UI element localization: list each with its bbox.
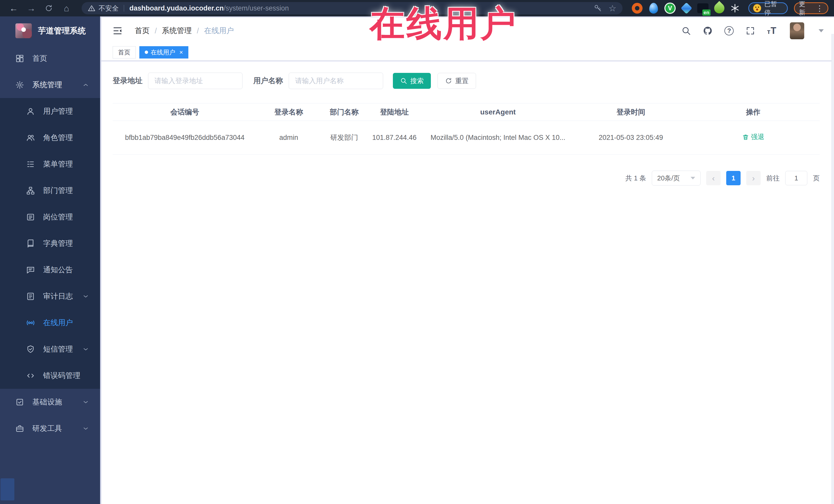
sidebar-item-home[interactable]: 首页 [0, 45, 100, 72]
url-path: /system/user-session [224, 4, 289, 12]
username-label: 用户名称 [253, 76, 283, 86]
search-icon[interactable] [681, 26, 691, 36]
username-input[interactable] [289, 73, 383, 89]
chevron-down-icon[interactable] [819, 29, 824, 32]
sidebar-item-label: 用户管理 [43, 106, 73, 116]
filter-row: 登录地址 用户名称 搜索 重置 [113, 72, 820, 89]
sidebar-item-posts[interactable]: 岗位管理 [0, 204, 100, 230]
profile-paused-chip[interactable]: 已暂停 [748, 2, 788, 14]
reload-icon[interactable] [41, 2, 57, 14]
goto-page-input[interactable] [785, 171, 807, 185]
table-header-row: 会话编号登录名称部门名称登陆地址userAgent登录时间操作 [113, 104, 820, 121]
sidebar-item-sms[interactable]: 短信管理 [0, 336, 100, 363]
sidebar-item-label: 字典管理 [43, 238, 73, 249]
sidebar: 芋道管理系统 首页系统管理用户管理角色管理菜单管理部门管理岗位管理字典管理通知公… [0, 17, 100, 504]
page-size-select[interactable]: 20条/页 [652, 171, 701, 185]
message-icon [26, 266, 35, 274]
home-browser-icon[interactable]: ⌂ [59, 2, 75, 14]
gear-icon [15, 81, 24, 89]
code-icon [26, 371, 35, 380]
bookmark-star-icon[interactable]: ☆ [609, 3, 616, 13]
sidebar-item-infra[interactable]: 基础设施 [0, 389, 100, 415]
sidebar-item-roles[interactable]: 角色管理 [0, 125, 100, 151]
tab-label: 在线用户 [151, 48, 175, 57]
dict-icon [26, 239, 35, 248]
sidebar-item-notices[interactable]: 通知公告 [0, 257, 100, 283]
trash-icon [742, 133, 749, 140]
breadcrumb-item[interactable]: 首页 [135, 26, 150, 36]
browser-menu-icon[interactable]: ⋮ [814, 4, 825, 13]
cell-session-id: bfbb1ab79ba849e49fb26ddb56a73044 [113, 121, 257, 155]
extension-shield-icon[interactable] [631, 2, 643, 14]
sidebar-item-dev-tools[interactable]: 研发工具 [0, 415, 100, 442]
select-caret-icon [690, 177, 695, 179]
sms-icon [26, 345, 35, 354]
not-secure-warning-icon [88, 4, 95, 12]
logo-row[interactable]: 芋道管理系统 [0, 17, 100, 45]
current-page-button[interactable]: 1 [726, 171, 741, 185]
close-icon[interactable]: × [179, 49, 183, 56]
sidebar-item-label: 系统管理 [32, 80, 62, 90]
sidebar-item-label: 菜单管理 [43, 159, 73, 169]
total-count: 共 1 条 [626, 174, 646, 183]
cell-username: admin [257, 121, 321, 155]
font-size-icon[interactable]: тT [767, 25, 776, 36]
extension-diamond-icon[interactable] [681, 2, 692, 14]
login-address-input[interactable] [148, 73, 242, 89]
tab-首页[interactable]: 首页 [113, 46, 136, 59]
annotation-overlay: 在线用户 [370, 0, 517, 48]
breadcrumb-item[interactable]: 在线用户 [204, 26, 234, 36]
address-bar[interactable]: 不安全 dashboard.yudao.iocoder.cn/system/us… [82, 2, 622, 14]
page-size-value: 20条/页 [657, 174, 680, 183]
extension-asterisk-icon[interactable] [730, 3, 740, 13]
sidebar-item-online-users[interactable]: 在线用户 [0, 309, 100, 336]
scrollbar[interactable] [831, 34, 834, 504]
sidebar-item-dicts[interactable]: 字典管理 [0, 230, 100, 257]
extensions-row: V en [631, 2, 740, 14]
breadcrumb: 首页/系统管理/在线用户 [135, 26, 234, 36]
next-page-button[interactable]: › [746, 171, 761, 185]
prev-page-button[interactable]: ‹ [706, 171, 721, 185]
column-header: 登录名称 [257, 104, 321, 121]
sidebar-item-users[interactable]: 用户管理 [0, 98, 100, 125]
github-icon[interactable] [703, 26, 712, 36]
paused-label: 已暂停 [764, 0, 783, 17]
forward-icon[interactable]: → [23, 2, 40, 14]
user-avatar[interactable] [790, 22, 804, 39]
key-icon[interactable] [594, 4, 602, 12]
reset-button[interactable]: 重置 [438, 73, 476, 89]
sidebar-item-label: 岗位管理 [43, 212, 73, 222]
sidebar-item-label: 角色管理 [43, 133, 73, 143]
infra-icon [15, 398, 24, 407]
corner-artifact [1, 478, 14, 500]
help-icon[interactable]: ? [724, 26, 734, 36]
sidebar-item-depts[interactable]: 部门管理 [0, 177, 100, 204]
fullscreen-icon[interactable] [745, 26, 755, 36]
sidebar-item-error-codes[interactable]: 错误码管理 [0, 363, 100, 389]
extension-v-icon[interactable]: V [664, 2, 676, 14]
sidebar-item-label: 短信管理 [43, 344, 73, 354]
chevron-down-icon [82, 398, 89, 406]
update-button[interactable]: 更新 ⋮ [794, 2, 828, 14]
tree-icon [26, 186, 35, 195]
extension-leaf-icon[interactable] [714, 2, 725, 14]
search-button-icon [400, 77, 407, 84]
sidebar-item-label: 通知公告 [43, 265, 73, 275]
extension-translate-icon[interactable]: en [697, 2, 709, 14]
sidebar-item-audit-logs[interactable]: 审计日志 [0, 283, 100, 309]
breadcrumb-item[interactable]: 系统管理 [162, 26, 192, 36]
sidebar-item-system[interactable]: 系统管理 [0, 72, 100, 98]
tab-active-dot-icon [145, 50, 148, 54]
tab-在线用户[interactable]: 在线用户× [139, 46, 188, 59]
search-button[interactable]: 搜索 [393, 73, 431, 89]
extension-drop-icon[interactable] [648, 2, 659, 14]
url-text[interactable]: dashboard.yudao.iocoder.cn/system/user-s… [129, 4, 289, 12]
sidebar-item-menus[interactable]: 菜单管理 [0, 151, 100, 177]
hamburger-icon[interactable] [112, 26, 124, 36]
force-logout-button[interactable]: 强退 [742, 132, 765, 142]
back-icon[interactable]: ← [6, 2, 22, 14]
main-area: 首页/系统管理/在线用户 ? тT 首页在线用户× 登录地址 用户名称 [100, 17, 834, 504]
security-label[interactable]: 不安全 [98, 4, 118, 13]
chevron-up-icon [82, 81, 89, 89]
logo-avatar [15, 23, 32, 38]
